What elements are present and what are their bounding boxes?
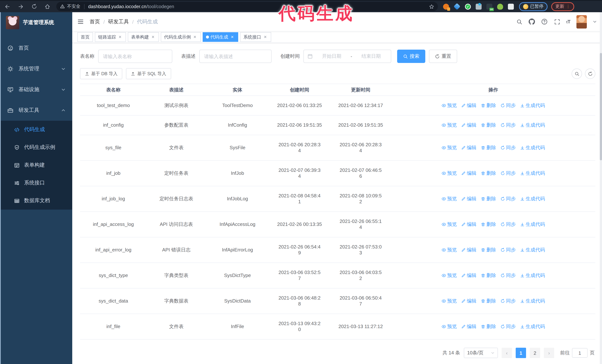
edit-link[interactable]: 编辑: [461, 272, 476, 279]
preview-link[interactable]: 预览: [441, 170, 457, 176]
tab-codegen[interactable]: 代码生成×: [203, 32, 238, 42]
browser-profile-chip[interactable]: 已暂停: [519, 2, 548, 11]
sidebar-subitem-codegen[interactable]: 代码生成: [0, 121, 72, 138]
browser-reload-button[interactable]: [30, 2, 39, 11]
delete-link[interactable]: 删除: [481, 196, 496, 202]
import-db-button[interactable]: 基于 DB 导入: [80, 68, 122, 79]
sync-link[interactable]: 同步: [501, 145, 516, 151]
table-desc-input[interactable]: [204, 53, 267, 59]
preview-link[interactable]: 预览: [441, 247, 457, 253]
tab-home[interactable]: 首页: [77, 32, 93, 42]
delete-link[interactable]: 删除: [481, 170, 496, 176]
sync-link[interactable]: 同步: [501, 196, 516, 202]
extensions-puzzle-icon[interactable]: [508, 3, 514, 10]
tab-codegen-example[interactable]: 代码生成示例×: [161, 32, 201, 42]
generate-code-link[interactable]: 生成代码: [520, 122, 545, 128]
generate-code-link[interactable]: 生成代码: [520, 221, 545, 227]
browser-forward-button[interactable]: [16, 2, 25, 11]
sidebar-subitem-form-builder[interactable]: 表单构建: [0, 156, 72, 174]
font-size-icon[interactable]: tT: [566, 19, 570, 24]
page-button-1[interactable]: 1: [516, 348, 526, 358]
preview-link[interactable]: 预览: [441, 298, 457, 304]
edit-link[interactable]: 编辑: [461, 298, 476, 304]
reset-button[interactable]: 重置: [429, 50, 457, 63]
tab-tracing[interactable]: 链路追踪×: [95, 32, 126, 42]
page-button-2[interactable]: 2: [530, 348, 540, 358]
delete-link[interactable]: 删除: [481, 272, 496, 279]
extension-orange-icon[interactable]: [443, 3, 449, 10]
sidebar-item-system[interactable]: 系统管理: [0, 59, 72, 79]
browser-back-button[interactable]: [3, 2, 12, 11]
sidebar-toggle-icon[interactable]: [77, 19, 84, 25]
generate-code-link[interactable]: 生成代码: [520, 272, 545, 279]
fullscreen-icon[interactable]: [554, 18, 560, 25]
header-search-icon[interactable]: [516, 18, 523, 25]
browser-update-button[interactable]: 更新 ⋮: [551, 2, 574, 11]
github-icon[interactable]: [528, 18, 535, 25]
sync-link[interactable]: 同步: [501, 221, 516, 227]
extension-check-icon[interactable]: ✓: [465, 3, 471, 10]
sidebar-item-home[interactable]: 首页: [0, 38, 72, 59]
sync-link[interactable]: 同步: [501, 272, 516, 279]
sync-link[interactable]: 同步: [501, 247, 516, 253]
delete-link[interactable]: 删除: [481, 221, 496, 227]
generate-code-link[interactable]: 生成代码: [520, 145, 545, 151]
close-icon[interactable]: ×: [192, 34, 197, 40]
date-range-picker[interactable]: 开始日期 - 结束日期: [303, 50, 391, 63]
extension-sprout-icon[interactable]: [497, 3, 503, 10]
edit-link[interactable]: 编辑: [461, 196, 476, 202]
scrollbar-thumb[interactable]: [600, 53, 602, 160]
edit-link[interactable]: 编辑: [461, 221, 476, 227]
edit-link[interactable]: 编辑: [461, 145, 476, 151]
help-icon[interactable]: [541, 18, 548, 25]
preview-link[interactable]: 预览: [441, 272, 457, 279]
sync-link[interactable]: 同步: [501, 170, 516, 176]
extension-grid-icon[interactable]: [476, 3, 482, 10]
generate-code-link[interactable]: 生成代码: [520, 324, 545, 330]
sidebar-subitem-db-doc[interactable]: 数据库文档: [0, 192, 72, 210]
generate-code-link[interactable]: 生成代码: [520, 103, 545, 108]
edit-link[interactable]: 编辑: [461, 103, 476, 108]
close-icon[interactable]: ×: [263, 34, 268, 40]
goto-page-input[interactable]: [572, 348, 588, 358]
tab-system-api[interactable]: 系统接口×: [240, 32, 271, 42]
preview-link[interactable]: 预览: [441, 145, 457, 151]
delete-link[interactable]: 删除: [481, 145, 496, 151]
delete-link[interactable]: 删除: [481, 247, 496, 253]
edit-link[interactable]: 编辑: [461, 324, 476, 330]
preview-link[interactable]: 预览: [441, 221, 457, 227]
tab-form-builder[interactable]: 表单构建×: [128, 32, 159, 42]
breadcrumb-devtools[interactable]: 研发工具: [108, 18, 129, 25]
address-bar[interactable]: 不安全 dashboard.yudao.iocoder.cn/tool/code…: [56, 2, 438, 11]
browser-home-button[interactable]: [43, 2, 52, 11]
delete-link[interactable]: 删除: [481, 122, 496, 128]
browser-menu-icon[interactable]: ⋮: [566, 4, 570, 9]
edit-link[interactable]: 编辑: [461, 247, 476, 253]
table-name-input[interactable]: [103, 53, 167, 59]
sidebar-subitem-codegen-example[interactable]: 代码生成示例: [0, 138, 72, 156]
show-search-button[interactable]: [572, 69, 582, 79]
close-icon[interactable]: ×: [150, 34, 156, 40]
delete-link[interactable]: 删除: [481, 298, 496, 304]
generate-code-link[interactable]: 生成代码: [520, 247, 545, 253]
generate-code-link[interactable]: 生成代码: [520, 196, 545, 202]
delete-link[interactable]: 删除: [481, 103, 496, 108]
generate-code-link[interactable]: 生成代码: [520, 170, 545, 176]
edit-link[interactable]: 编辑: [461, 170, 476, 176]
preview-link[interactable]: 预览: [441, 103, 457, 108]
extension-dark-icon[interactable]: on: [486, 3, 492, 10]
sidebar-item-infra[interactable]: 基础设施: [0, 79, 72, 100]
edit-link[interactable]: 编辑: [461, 122, 476, 128]
sync-link[interactable]: 同步: [501, 324, 516, 330]
preview-link[interactable]: 预览: [441, 324, 457, 330]
refresh-table-button[interactable]: [585, 69, 595, 79]
sync-link[interactable]: 同步: [501, 103, 516, 108]
preview-link[interactable]: 预览: [441, 196, 457, 202]
sidebar-logo[interactable]: 芋道管理系统: [0, 12, 72, 32]
sync-link[interactable]: 同步: [501, 122, 516, 128]
delete-link[interactable]: 删除: [481, 324, 496, 330]
preview-link[interactable]: 预览: [441, 122, 457, 128]
sidebar-item-devtools[interactable]: 研发工具: [0, 100, 72, 121]
avatar[interactable]: [576, 15, 587, 28]
sidebar-subitem-system-api[interactable]: 系统接口: [0, 174, 72, 192]
